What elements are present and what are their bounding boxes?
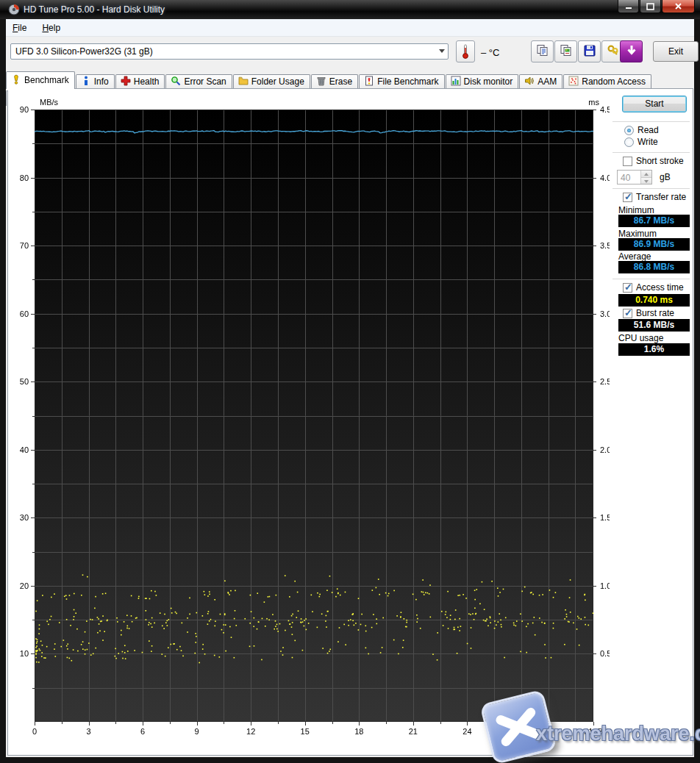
tab-label: AAM [538,76,557,87]
tab-error-scan[interactable]: Error Scan [165,74,232,90]
exit-button[interactable]: Exit [653,41,699,62]
benchmark-pane: Start Read Write Short stroke 40 gB [7,88,693,756]
write-radio[interactable] [624,137,634,147]
tab-folder-usage[interactable]: Folder Usage [233,74,310,90]
average-value: 86.8 MB/s [618,261,690,273]
short-stroke-stepper[interactable]: 40 [617,170,652,185]
file-benchmark-icon [364,76,374,88]
close-icon [674,2,682,10]
stepper-arrows[interactable] [640,171,651,184]
short-stroke-value: 40 [621,173,630,183]
temperature-value: – °C [481,47,499,58]
separator [612,121,690,122]
menu-bar: File Help [6,19,694,37]
error-scan-icon [171,76,181,88]
access-time-value: 0.740 ms [618,294,690,307]
update-icon [625,44,638,59]
tab-benchmark[interactable]: Benchmark [6,71,75,89]
app-icon [8,4,20,15]
burst-rate-row: Burst rate [623,308,674,318]
thermometer-icon [461,43,470,60]
separator [612,279,690,279]
random-access-icon [568,76,579,88]
short-stroke-row: Short stroke [623,156,684,166]
menu-help[interactable]: Help [35,19,67,36]
tab-label: Folder Usage [251,76,304,87]
access-time-row: Access time [623,282,684,293]
copy-text-button[interactable] [531,40,554,62]
transfer-rate-label: Transfer rate [636,192,686,202]
drive-select-value: UFD 3.0 Silicon-Power32G (31 gB) [15,46,153,57]
write-radio-row: Write [624,137,658,147]
write-radio-label: Write [638,137,658,147]
tab-label: Error Scan [184,76,226,87]
access-time-label: Access time [636,282,684,293]
app-window: HD Tune Pro 5.00 - Hard Disk Utility Fil… [0,0,700,763]
update-button[interactable] [620,40,643,62]
read-radio-row: Read [624,125,659,135]
tab-random-access[interactable]: Random Access [563,74,651,90]
tab-file-benchmark[interactable]: File Benchmark [359,74,444,90]
step-up-icon[interactable] [641,171,651,178]
tab-erase[interactable]: Erase [311,74,358,90]
tab-label: Random Access [582,76,646,87]
minimum-value: 86.7 MB/s [618,215,690,227]
short-stroke-label: Short stroke [636,156,684,166]
tab-label: Health [134,76,160,87]
minimize-button[interactable] [618,0,639,13]
tab-label: Benchmark [24,75,69,85]
tab-label: File Benchmark [377,76,438,87]
minimize-icon [625,3,632,10]
close-button[interactable] [662,0,695,13]
tab-label: Erase [329,76,352,87]
erase-icon [316,76,326,88]
tab-label: Info [94,76,109,87]
cpu-usage-label: CPU usage [618,333,663,343]
tab-disk-monitor[interactable]: Disk monitor [446,74,519,90]
benchmark-icon [11,74,21,87]
burst-rate-value: 51.6 MB/s [618,319,690,332]
short-stroke-unit: gB [660,172,671,182]
copy-image-button[interactable] [554,40,577,62]
cpu-usage-value: 1.6% [618,343,690,356]
info-icon [81,76,91,88]
folder-usage-icon [238,76,249,88]
maximize-button[interactable] [640,0,661,13]
save-icon [583,44,596,59]
tab-aam[interactable]: AAM [519,74,562,90]
access-time-checkbox[interactable] [623,283,632,293]
tab-info[interactable]: Info [76,74,115,90]
window-title: HD Tune Pro 5.00 - Hard Disk Utility [24,4,165,15]
burst-rate-label: Burst rate [636,308,674,318]
copy-text-icon [536,44,549,59]
maximum-value: 86.9 MB/s [618,238,690,251]
read-radio[interactable] [624,126,634,135]
average-label: Average [618,251,651,262]
chevron-down-icon [439,49,445,53]
start-button[interactable]: Start [622,96,687,112]
toolbar: UFD 3.0 Silicon-Power32G (31 gB) – °C Ex… [6,37,694,69]
read-radio-label: Read [638,125,659,135]
health-icon [121,76,131,88]
separator [612,152,690,153]
copy-image-icon [560,44,573,59]
benchmark-chart [8,89,693,755]
drive-select[interactable]: UFD 3.0 Silicon-Power32G (31 gB) [10,43,449,60]
disk-monitor-icon [451,76,461,88]
maximize-icon [646,3,654,10]
menu-file[interactable]: File [6,19,33,36]
step-down-icon[interactable] [641,178,651,185]
options-icon [607,44,620,59]
minimum-label: Minimum [618,205,654,215]
temperature-button[interactable] [456,40,475,62]
maximum-label: Maximum [618,229,657,239]
short-stroke-checkbox[interactable] [623,157,632,166]
save-button[interactable] [578,40,601,62]
burst-rate-checkbox[interactable] [623,309,632,318]
tab-health[interactable]: Health [115,74,165,90]
title-bar: HD Tune Pro 5.00 - Hard Disk Utility [0,0,700,19]
benchmark-controls: Start Read Write Short stroke 40 gB [610,89,693,755]
tab-strip: BenchmarkInfoHealthError ScanFolder Usag… [6,69,694,88]
transfer-rate-checkbox[interactable] [623,193,632,202]
aam-icon [524,76,535,88]
